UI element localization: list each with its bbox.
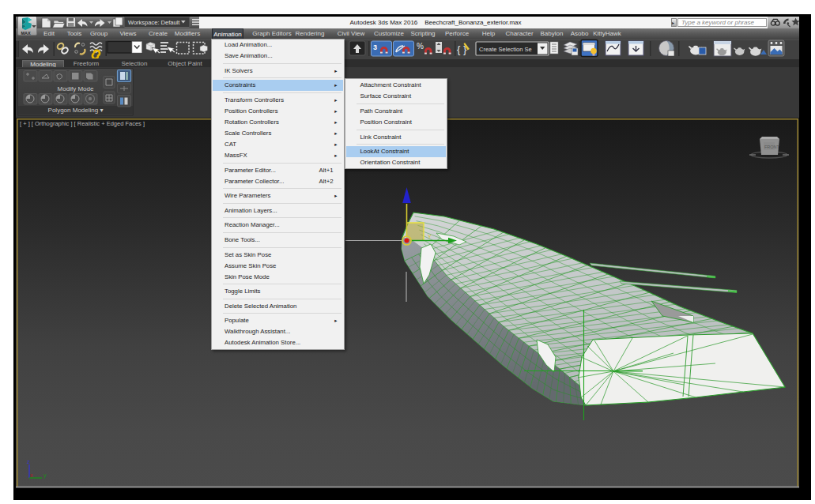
- svg-text:3: 3: [373, 43, 377, 51]
- svg-text:Workspace: Default: Workspace: Default: [128, 19, 180, 26]
- svg-text:x: x: [30, 472, 33, 479]
- svg-text:FRONT: FRONT: [764, 145, 780, 149]
- svg-text:%: %: [417, 42, 424, 51]
- svg-text:y: y: [43, 472, 47, 479]
- svg-text:MAX: MAX: [21, 30, 31, 35]
- svg-text:Create Selection Se: Create Selection Se: [479, 46, 532, 53]
- svg-text:z: z: [27, 458, 30, 465]
- svg-text:Y: Y: [428, 234, 432, 239]
